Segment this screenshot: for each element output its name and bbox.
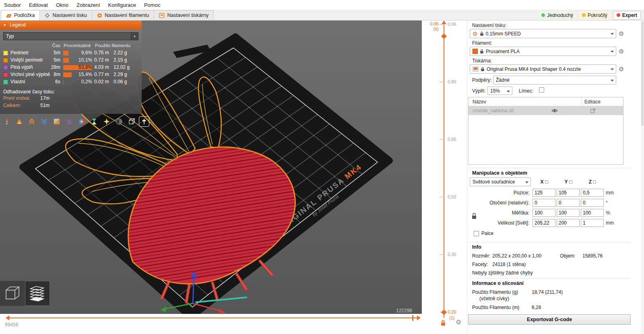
mode-switcher: Jednoduchý Pokročilý Expert [538, 10, 644, 20]
shells-icon[interactable] [14, 116, 25, 127]
vslider-up-arrow-icon[interactable] [442, 21, 446, 24]
export-gcode-button[interactable]: Exportovat G-code [468, 314, 631, 325]
object-name: cmelak_sablona.stl [473, 108, 514, 113]
bottom-slider-area: 99456 [0, 314, 422, 334]
tab-printer-settings[interactable]: Nastavení tiskárny [154, 10, 214, 20]
vertical-layer-slider[interactable] [444, 25, 444, 318]
man-unit: % [606, 210, 610, 216]
print-time-icon[interactable] [89, 116, 99, 127]
man-z-input-3[interactable] [581, 219, 604, 227]
wipe-icon[interactable] [101, 116, 112, 127]
layer-slider-icon[interactable] [139, 116, 149, 127]
errors-status: Nebyly zjištěny žádné chyby [472, 270, 533, 276]
mode-advanced-button[interactable]: Pokročilý [579, 11, 611, 19]
infill-value: 15% [490, 88, 500, 94]
visibility-eye-icon[interactable] [551, 108, 558, 113]
inches-label: Palce [481, 231, 493, 236]
info-title: Info [472, 244, 481, 250]
filament-m-value: 6,28 [532, 305, 541, 310]
lock-icon [480, 49, 484, 54]
feature-percent: 53,8% [63, 64, 92, 70]
menu-item-okno[interactable]: Okno [52, 2, 72, 8]
menu-item-konfigurace[interactable]: Konfigurace [104, 2, 140, 8]
man-y-input-3[interactable] [557, 219, 580, 227]
printer-gear-button[interactable]: ⚙ [619, 66, 624, 73]
mode-simple-dot-icon [541, 13, 545, 17]
legend-header[interactable]: ▼ Legend [0, 21, 142, 29]
man-y-input-0[interactable] [557, 189, 580, 197]
filament-label: Filament: [472, 40, 492, 46]
travels-icon[interactable] [39, 116, 50, 127]
view-layers-button[interactable] [25, 281, 50, 306]
brim-checkbox[interactable] [539, 87, 544, 93]
filament-gear-button[interactable]: ⚙ [619, 48, 624, 55]
infill-select[interactable]: 15% [487, 87, 512, 95]
axis-x-label: X [540, 179, 543, 185]
edit-object-icon[interactable] [590, 108, 596, 113]
model-cube-icon[interactable] [126, 116, 137, 127]
tab-filament-settings[interactable]: Nastavení filamentu [92, 10, 154, 20]
man-z-input-1[interactable] [581, 199, 604, 207]
uniform-scale-lock-icon[interactable] [471, 212, 477, 220]
menu-item-soubor[interactable]: Soubor [0, 2, 25, 8]
printer-select[interactable]: Original Prusa MK4 Input Shaper 0.4 nozz… [470, 64, 616, 74]
legend-view-select[interactable]: Typ ▼ [3, 32, 138, 40]
supports-select[interactable]: Žádné [493, 76, 616, 85]
print-settings-gear-button[interactable]: ⚙ [619, 30, 624, 37]
object-row[interactable]: cmelak_sablona.stl [469, 106, 623, 115]
scrollbar-thumb[interactable] [641, 21, 644, 126]
menu-item-editovat[interactable]: Editovat [25, 2, 52, 8]
view-3d-button[interactable] [0, 281, 25, 306]
lock-icon [480, 31, 484, 36]
slider-tick-label: 0,65 [448, 137, 465, 142]
man-x-input-2[interactable] [533, 209, 555, 217]
menu-item-pomoc[interactable]: Pomoc [140, 2, 164, 8]
slider-right-value: 122298 [396, 308, 412, 313]
mode-simple-button[interactable]: Jednoduchý [538, 11, 576, 19]
slicer-settings-gear-icon[interactable]: ⚙ [456, 318, 461, 326]
feature-percent: 0,2% [63, 79, 92, 85]
mode-expert-button[interactable]: Expert [613, 11, 641, 20]
layer-slider-column: 0,95 (6) 0,950,800,650,500,35 0,20 (1) ⚙ [422, 21, 467, 334]
hslider-handle[interactable] [412, 315, 413, 321]
tab-plater[interactable]: Podložka [1, 10, 40, 20]
perimeters-speed-icon[interactable] [27, 116, 37, 127]
menu-item-zobrazeni[interactable]: Zobrazení [72, 2, 104, 8]
tool-colors-icon[interactable] [76, 116, 87, 127]
man-z-input-0[interactable] [581, 189, 604, 197]
legend-row: Plná výplň28m53,8%4.03 m12.02 g [0, 64, 142, 71]
vslider-bottom-handle[interactable] [441, 309, 447, 315]
panel-scrollbar[interactable] [641, 21, 644, 334]
man-x-input-1[interactable] [533, 199, 555, 207]
volumetric-flow-icon[interactable] [114, 116, 124, 127]
feature-percent: 9,6% [63, 50, 92, 56]
divider [469, 168, 630, 168]
seams-icon[interactable] [52, 116, 62, 127]
vslider-top-handle[interactable] [441, 33, 447, 39]
retractions-icon[interactable] [64, 116, 74, 127]
feature-types-icon[interactable] [2, 116, 12, 127]
feature-color-swatch [3, 58, 8, 63]
man-x-input-0[interactable] [533, 189, 555, 197]
filament-g-label: Použito Filamentu (g) [472, 289, 518, 295]
inches-toggle[interactable]: Palce [474, 231, 493, 236]
manipulation-title: Manipulace s objektem [472, 170, 527, 176]
man-x-input-3[interactable] [533, 219, 555, 227]
print-settings-select[interactable]: ⚙ 0.15mm SPEED [470, 29, 616, 38]
filament-select[interactable]: Prusament PLA [470, 47, 616, 56]
feature-time: 6s [43, 79, 60, 85]
man-y-input-1[interactable] [557, 199, 580, 207]
man-y-input-2[interactable] [557, 209, 580, 217]
mode-label: Jednoduchý [547, 12, 573, 18]
tab-label: Nastavení tisku [52, 12, 87, 18]
horizontal-layer-slider[interactable] [7, 318, 418, 318]
man-z-input-2[interactable] [581, 209, 604, 217]
estimated-times-title: Odhadované časy tisku: [3, 89, 138, 95]
feature-length: 0.72 m [94, 57, 109, 63]
legend-row: Perimetr5m9,6%0.75 m2.22 g [0, 49, 142, 57]
tab-print-settings[interactable]: Nastavení tisku [39, 10, 92, 20]
viewport-3d[interactable]: ORIGINAL PRUSA MK4 by Josef Prusa [0, 21, 422, 314]
slider-lock-icon[interactable] [440, 320, 446, 326]
filament-g-note: (včetně cívky) [479, 296, 509, 301]
inches-checkbox[interactable] [474, 231, 479, 236]
